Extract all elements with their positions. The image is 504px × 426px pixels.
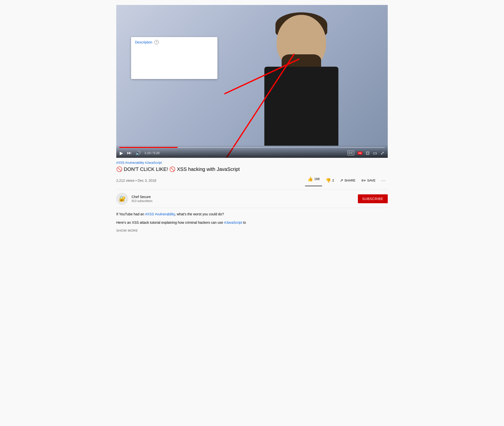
controls-row: ▶ ⏭ 🔊 1:10 / 5:20 CC HD — [119, 150, 385, 156]
play-button[interactable]: ▶ — [119, 150, 124, 156]
volume-icon: 🔊 — [136, 150, 141, 156]
fullscreen-icon: ⤢ — [381, 150, 384, 156]
video-meta-row: 2,212 views • Dec 3, 2018 👍 168 👎 2 ↗ SH… — [116, 175, 388, 189]
person-figure — [259, 15, 343, 153]
no-sign-2: 🚫 — [169, 166, 175, 172]
progress-bar[interactable] — [119, 147, 385, 148]
play-icon: ▶ — [120, 150, 123, 156]
description-line1: If YouTube had an #XSS #vulnerability, w… — [116, 211, 388, 217]
video-title: 🚫 DON'T CLICK LIKE! 🚫 XSS hacking with J… — [116, 166, 388, 172]
body — [264, 67, 338, 146]
miniplayer-icon: ⊡ — [366, 150, 369, 156]
thumbs-up-icon: 👍 — [308, 176, 313, 182]
description-section: If YouTube had an #XSS #vulnerability, w… — [116, 208, 388, 236]
fullscreen-button[interactable]: ⤢ — [380, 150, 385, 156]
channel-avatar[interactable]: 🔐 — [116, 193, 128, 205]
video-controls: ▶ ⏭ 🔊 1:10 / 5:20 CC HD — [116, 145, 388, 158]
time-display: 1:10 / 5:20 — [144, 151, 159, 155]
cc-button[interactable]: CC — [347, 150, 355, 156]
theater-icon: ▭ — [373, 150, 377, 156]
next-button[interactable]: ⏭ — [127, 150, 132, 156]
description-label: Description — [135, 40, 152, 44]
theater-button[interactable]: ▭ — [372, 150, 378, 156]
progress-fill — [119, 147, 178, 148]
thumbs-down-icon: 👎 — [326, 178, 331, 183]
action-buttons: 👍 168 👎 2 ↗ SHARE ≡+ SAVE ··· — [305, 175, 388, 186]
views-date: 2,212 views • Dec 3, 2018 — [116, 179, 156, 183]
more-icon: ··· — [381, 178, 386, 183]
avatar-icon: 🔐 — [119, 196, 126, 202]
laser-lines — [116, 5, 388, 158]
video-background: Description ? — [116, 5, 388, 158]
miniplayer-button[interactable]: ⊡ — [365, 150, 370, 156]
channel-row: 🔐 Chef Secure 913 subscribers SUBSCRIBE — [116, 189, 388, 208]
controls-right: CC HD ⊡ ▭ ⤢ — [347, 150, 385, 156]
like-button[interactable]: 👍 168 — [305, 175, 322, 183]
page-wrapper: Description ? ▶ — [116, 0, 388, 241]
save-button[interactable]: ≡+ SAVE — [359, 177, 378, 184]
subscribe-button[interactable]: SUBSCRIBE — [358, 194, 388, 203]
cc-icon: CC — [348, 151, 354, 155]
subscriber-count: 913 subscribers — [132, 199, 358, 203]
share-icon: ↗ — [340, 178, 343, 183]
description-header: Description ? — [135, 40, 213, 44]
more-button[interactable]: ··· — [379, 177, 388, 184]
share-button[interactable]: ↗ SHARE — [337, 177, 358, 184]
video-player: Description ? ▶ — [116, 5, 388, 158]
xss-link[interactable]: #XSS — [145, 212, 154, 216]
javascript-link[interactable]: #JavaScript — [224, 221, 242, 224]
next-icon: ⏭ — [127, 150, 132, 156]
description-overlay: Description ? — [131, 37, 217, 79]
dislike-count: 2 — [332, 179, 334, 182]
like-count: 168 — [314, 177, 320, 181]
channel-name[interactable]: Chef Secure — [132, 195, 358, 199]
show-more-button[interactable]: SHOW MORE — [116, 229, 138, 232]
channel-info: Chef Secure 913 subscribers — [132, 195, 358, 203]
video-info: #XSS #vulnerability #JavaScript 🚫 DON'T … — [116, 158, 388, 236]
controls-left: ▶ ⏭ 🔊 1:10 / 5:20 — [119, 150, 159, 156]
settings-button[interactable]: HD — [357, 151, 363, 155]
description-line2: Here's an XSS attack tutorial explaining… — [116, 220, 388, 225]
hd-badge: HD — [358, 152, 362, 155]
no-sign-1: 🚫 — [116, 166, 122, 172]
save-icon: ≡+ — [361, 178, 366, 183]
like-underline-container: 👍 168 — [305, 175, 322, 186]
help-icon[interactable]: ? — [154, 40, 159, 44]
share-label: SHARE — [344, 179, 355, 182]
save-label: SAVE — [367, 179, 376, 182]
volume-button[interactable]: 🔊 — [135, 150, 141, 156]
video-tags[interactable]: #XSS #vulnerability #JavaScript — [116, 161, 388, 164]
dislike-button[interactable]: 👎 2 — [323, 176, 336, 185]
vulnerability-link[interactable]: #vulnerability — [155, 212, 175, 216]
